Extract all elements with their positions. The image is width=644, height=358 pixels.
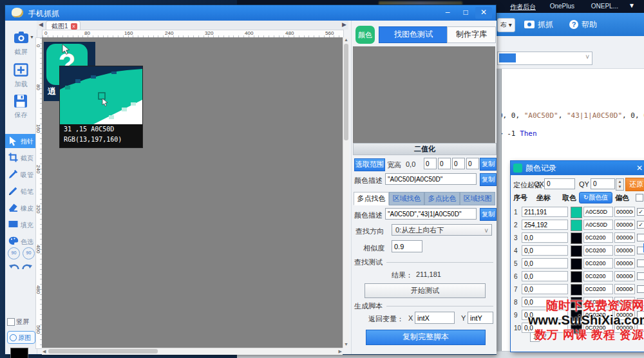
coord-input[interactable] [522, 207, 568, 217]
row-checkbox[interactable] [637, 234, 644, 241]
color-swatch[interactable] [571, 207, 582, 218]
window-select-combo[interactable]: ˅ [497, 52, 592, 65]
tab-scroll-right-icon[interactable]: ▶ [342, 21, 346, 28]
close-icon[interactable]: ✕ [636, 161, 643, 175]
color-value-input[interactable] [583, 310, 613, 320]
maximize-button[interactable]: □ [457, 7, 474, 19]
sidebar-item-load[interactable]: 加载 [5, 61, 37, 90]
page-1-button[interactable]: 1 [530, 332, 540, 342]
scroll-up-icon[interactable]: ▲ [344, 37, 348, 42]
rotate-left-button[interactable]: 90 [8, 247, 20, 259]
color-value-input[interactable] [583, 323, 613, 333]
color-swatch[interactable] [571, 323, 582, 334]
coord-input[interactable] [522, 258, 568, 268]
help-button[interactable]: ? 帮助 [569, 19, 597, 30]
row-checkbox[interactable] [637, 272, 644, 280]
sidebar-item-eraser[interactable]: 橡皮 [5, 201, 37, 215]
tab-multi-point-find[interactable]: 多点找色 [354, 192, 389, 205]
editor-scrollbar[interactable] [496, 69, 502, 351]
coord-input[interactable] [522, 284, 568, 294]
tab-make-font-lib[interactable]: 制作字库 [447, 26, 496, 43]
coord-input[interactable] [522, 245, 568, 256]
pick-range-button[interactable]: 选取范围 [354, 158, 385, 171]
minimize-button[interactable]: – [439, 7, 456, 19]
row-checkbox[interactable] [637, 324, 644, 332]
color-value-input[interactable] [583, 220, 613, 230]
offset-input[interactable] [614, 323, 635, 333]
range-y1-input[interactable] [438, 158, 451, 169]
coord-input[interactable] [522, 310, 568, 320]
row-checkbox[interactable] [637, 221, 644, 229]
qx-input[interactable] [544, 178, 575, 189]
portrait-checkbox[interactable]: 竖屏 [7, 317, 37, 326]
color-swatch[interactable] [571, 297, 582, 308]
select-all-checkbox[interactable] [636, 194, 643, 202]
copy-desc2-button[interactable]: 复制 [480, 208, 497, 221]
color-swatch[interactable] [571, 232, 582, 244]
search-direction-select[interactable]: 0:从左上向右下 ˅ [392, 224, 492, 236]
color-swatch[interactable] [571, 310, 582, 321]
capture-canvas[interactable]: ? 逍 31 ,15 A0C50D RGB(13,197,160) [42, 37, 343, 348]
scroll-right-icon[interactable]: ▶ [339, 349, 342, 354]
coord-input[interactable] [522, 271, 568, 281]
offset-input[interactable] [614, 207, 635, 217]
restore-button[interactable]: 还原 [625, 178, 644, 191]
color-swatch[interactable] [571, 220, 582, 231]
offset-input[interactable] [614, 271, 635, 281]
undo-icon[interactable] [8, 264, 20, 276]
color-value-input[interactable] [583, 207, 613, 217]
similarity-input[interactable] [392, 240, 422, 252]
row-checkbox[interactable] [637, 259, 644, 267]
color-swatch[interactable] [571, 245, 582, 257]
range-x1-input[interactable] [424, 158, 437, 169]
copy-full-script-button[interactable]: 复制完整脚本 [366, 330, 486, 345]
page-2-button[interactable]: 2 [543, 333, 547, 340]
sidebar-item-dropper[interactable]: 吸管 [5, 167, 37, 182]
sidebar-item-pointer[interactable]: 指针 [5, 134, 37, 148]
sidebar-item-save[interactable]: 保存 [5, 91, 37, 121]
scrollbar-thumb[interactable] [48, 349, 158, 353]
sidebar-item-screenshot[interactable]: ▼ 截屏 [5, 28, 37, 58]
row-checkbox[interactable] [637, 298, 644, 306]
foreground-color-swatch[interactable] [10, 348, 28, 358]
close-button[interactable]: ✕ [475, 7, 492, 19]
row-checkbox[interactable] [637, 311, 644, 319]
row-checkbox[interactable] [637, 285, 644, 293]
scroll-down-icon[interactable]: ▼ [344, 342, 348, 346]
redo-icon[interactable] [22, 264, 33, 276]
color-value-input[interactable] [583, 284, 613, 294]
offset-input[interactable] [614, 245, 635, 256]
qy-input[interactable] [591, 178, 615, 189]
start-test-button[interactable]: 开始测试 [365, 283, 486, 298]
canvas-vertical-scrollbar[interactable]: ▲ ▼ [343, 37, 349, 348]
main-titlebar[interactable]: 手机抓抓 – □ ✕ [5, 5, 496, 21]
color-swatch[interactable] [571, 271, 582, 283]
origin-image-radio[interactable]: 原图 [7, 331, 35, 344]
sidebar-item-pencil[interactable]: 铅笔 [5, 184, 37, 198]
coord-input[interactable] [522, 220, 568, 230]
x-var-input[interactable] [415, 312, 455, 324]
offset-input[interactable] [614, 310, 635, 320]
rotate-right-button[interactable]: 90 [23, 247, 35, 259]
tab-multi-point-compare[interactable]: 多点比色 [424, 192, 460, 205]
scroll-left-icon[interactable]: ◀ [43, 349, 46, 354]
color-log-titlebar[interactable]: 颜色记录 ✕ [511, 161, 644, 175]
author-backend-link[interactable]: 作者后台 [510, 3, 536, 12]
sidebar-item-crop[interactable]: 截页 [5, 151, 37, 165]
color-value-input[interactable] [583, 258, 613, 268]
copy-range-button[interactable]: 复制 [480, 158, 497, 171]
tab-area-find-color[interactable]: 区域找色 [389, 192, 424, 205]
caret-down-icon[interactable]: ▼ [629, 2, 635, 9]
color-value-input[interactable] [583, 245, 613, 256]
color-value-input[interactable] [583, 271, 613, 281]
color-value-input[interactable] [583, 232, 613, 243]
refresh-color-value-button[interactable]: ↻颜色值 [579, 192, 612, 203]
color-value-input[interactable] [583, 297, 613, 307]
row-checkbox[interactable] [637, 208, 644, 216]
offset-input[interactable] [614, 258, 635, 268]
color-desc-input-2[interactable] [385, 208, 477, 220]
range-x2-input[interactable] [452, 158, 465, 169]
color-swatch[interactable] [571, 258, 582, 270]
tab-scroll-left-icon[interactable]: ◀ [39, 21, 43, 28]
coord-input[interactable] [522, 297, 568, 307]
